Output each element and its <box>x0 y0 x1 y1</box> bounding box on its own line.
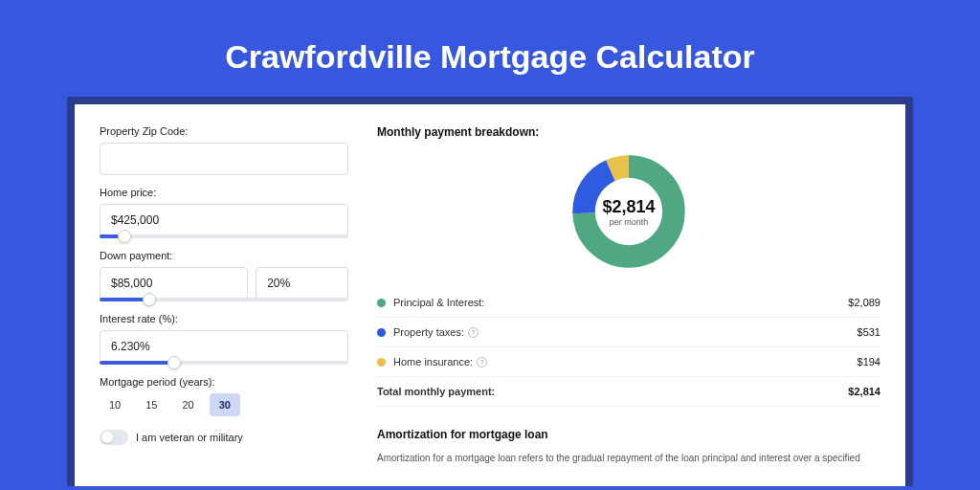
breakdown-label: Property taxes: ? <box>393 326 858 338</box>
veteran-row: I am veteran or military <box>100 430 348 445</box>
breakdown-label: Home insurance: ? <box>393 356 858 368</box>
breakdown-label: Principal & Interest: <box>393 297 848 308</box>
breakdown-row-principal: Principal & Interest: $2,089 <box>377 288 880 318</box>
period-btn-20[interactable]: 20 <box>173 393 204 416</box>
down-payment-input[interactable] <box>100 267 248 300</box>
donut-chart: $2,814 per month <box>569 152 688 271</box>
amortization-title: Amortization for mortgage loan <box>377 428 880 441</box>
total-value: $2,814 <box>848 386 880 397</box>
dot-icon <box>377 299 386 307</box>
breakdown-row-total: Total monthly payment: $2,814 <box>377 377 880 407</box>
donut-amount: $2,814 <box>602 197 655 217</box>
veteran-toggle[interactable] <box>100 430 128 445</box>
breakdown-title: Monthly payment breakdown: <box>377 125 880 139</box>
home-price-label: Home price: <box>100 187 348 198</box>
breakdown-row-insurance: Home insurance: ? $194 <box>377 347 880 377</box>
interest-label: Interest rate (%): <box>100 313 348 324</box>
period-group: Mortgage period (years): 10 15 20 30 <box>100 376 348 416</box>
panel-frame: Property Zip Code: Home price: Down paym… <box>67 97 913 486</box>
period-label: Mortgage period (years): <box>100 376 348 388</box>
down-payment-pct-input[interactable] <box>256 267 348 300</box>
info-icon[interactable]: ? <box>468 327 479 338</box>
info-icon[interactable]: ? <box>477 357 487 368</box>
calculator-panel: Property Zip Code: Home price: Down paym… <box>75 104 905 486</box>
donut-chart-wrap: $2,814 per month <box>377 152 880 271</box>
period-btn-10[interactable]: 10 <box>100 393 130 416</box>
period-btn-30[interactable]: 30 <box>210 393 240 416</box>
home-price-group: Home price: <box>100 187 348 238</box>
interest-slider[interactable] <box>100 361 348 365</box>
dot-icon <box>377 328 386 337</box>
down-payment-label: Down payment: <box>100 250 348 261</box>
amortization-section: Amortization for mortgage loan Amortizat… <box>377 428 880 465</box>
home-price-slider[interactable] <box>100 234 348 238</box>
breakdown-column: Monthly payment breakdown: $2,814 per mo… <box>377 125 880 465</box>
veteran-label: I am veteran or military <box>136 432 243 443</box>
zip-input[interactable] <box>100 143 348 175</box>
total-label: Total monthly payment: <box>377 386 848 397</box>
breakdown-value: $531 <box>858 326 880 338</box>
dot-icon <box>377 358 386 367</box>
zip-group: Property Zip Code: <box>100 125 348 175</box>
donut-sub: per month <box>610 217 649 227</box>
interest-group: Interest rate (%): <box>100 313 348 365</box>
period-options: 10 15 20 30 <box>100 393 348 416</box>
breakdown-value: $194 <box>858 356 880 368</box>
amortization-text: Amortization for a mortgage loan refers … <box>377 451 880 465</box>
down-payment-group: Down payment: <box>100 250 348 301</box>
form-column: Property Zip Code: Home price: Down paym… <box>100 125 348 465</box>
page-title: Crawfordville Mortgage Calculator <box>67 38 913 76</box>
down-payment-slider[interactable] <box>100 298 348 301</box>
zip-label: Property Zip Code: <box>100 125 348 137</box>
interest-input[interactable] <box>100 330 348 363</box>
period-btn-15[interactable]: 15 <box>136 393 167 416</box>
breakdown-value: $2,089 <box>848 297 880 308</box>
breakdown-row-taxes: Property taxes: ? $531 <box>377 318 880 347</box>
home-price-input[interactable] <box>100 204 348 236</box>
